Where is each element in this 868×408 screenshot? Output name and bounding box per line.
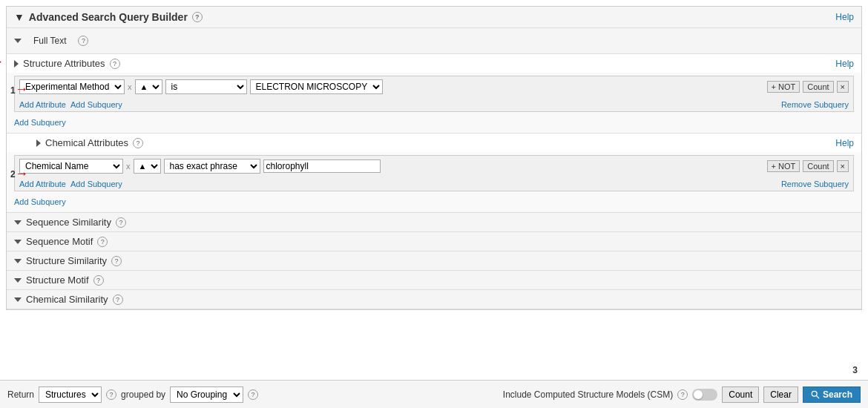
chemical-attr-help-icon[interactable]: ? xyxy=(133,138,143,148)
collapse-icon[interactable]: ▼ xyxy=(14,11,24,23)
chemical-add-subquery-main-button[interactable]: Add Subquery xyxy=(14,196,66,208)
grouping-select[interactable]: No Grouping xyxy=(170,386,243,403)
structure-attr-value-select[interactable]: ELECTRON MICROSCOPY xyxy=(250,79,383,94)
footer-bar: Return Structures ? grouped by No Groupi… xyxy=(0,380,868,408)
structure-attr-help-link[interactable]: Help xyxy=(835,59,854,69)
structure-attributes-section: 1 → Structure Attributes ? Help Experime… xyxy=(7,54,861,134)
structure-motif-label: Structure Motif xyxy=(26,274,89,286)
structure-attributes-header[interactable]: Structure Attributes ? Help xyxy=(7,54,861,73)
chemical-add-attribute-button[interactable]: Add Attribute xyxy=(19,180,66,188)
chem-sim-icon xyxy=(14,297,22,302)
return-help-icon[interactable]: ? xyxy=(106,389,116,400)
chemical-similarity-header[interactable]: Chemical Similarity ? xyxy=(7,290,861,309)
structure-attr-operator-select[interactable]: is xyxy=(165,79,247,94)
csm-toggle-knob xyxy=(694,390,703,399)
chemical-similarity-label: Chemical Similarity xyxy=(26,294,108,305)
structure-add-attribute-button[interactable]: Add Attribute xyxy=(19,100,66,109)
structure-attr-help-icon[interactable]: ? xyxy=(110,59,120,69)
grouping-help-icon[interactable]: ? xyxy=(248,389,258,400)
structure-subquery-footer-left: Add Attribute Add Subquery xyxy=(19,100,122,109)
annotation-arrow-1: → xyxy=(0,54,4,70)
str-sim-icon xyxy=(14,259,22,263)
chemical-attr-close-button[interactable]: × xyxy=(837,160,849,172)
structure-similarity-section: Structure Similarity ? xyxy=(7,251,861,271)
chemical-attributes-label: Chemical Attributes xyxy=(45,137,128,148)
sequence-similarity-section: Sequence Similarity ? xyxy=(7,213,861,232)
structure-attributes-label: Structure Attributes xyxy=(23,58,105,69)
str-motif-help-icon[interactable]: ? xyxy=(93,275,104,286)
chemical-add-subquery-button[interactable]: Add Subquery xyxy=(70,180,122,188)
full-text-label: Full Text xyxy=(26,32,73,50)
panel-help-icon[interactable]: ? xyxy=(192,12,203,22)
seq-motif-icon xyxy=(14,240,22,244)
chemical-attr-actions: + NOT Count × xyxy=(767,160,849,172)
structure-subquery-footer: Add Attribute Add Subquery Remove Subque… xyxy=(15,98,853,111)
chemical-remove-subquery-button[interactable]: Remove Subquery xyxy=(781,180,849,188)
sequence-similarity-label: Sequence Similarity xyxy=(26,217,111,228)
footer-search-button[interactable]: Search xyxy=(803,386,861,403)
chemical-attr-body: Chemical Name x ▲ ▼ has exact phrase + N… xyxy=(7,152,861,212)
footer-count-button[interactable]: Count xyxy=(722,386,759,403)
structure-remove-subquery-button[interactable]: Remove Subquery xyxy=(781,100,849,109)
sequence-motif-header[interactable]: Sequence Motif ? xyxy=(7,232,861,251)
search-icon xyxy=(811,390,820,399)
sequence-motif-label: Sequence Motif xyxy=(26,236,93,247)
panel-header: ▼ Advanced Search Query Builder ? Help xyxy=(7,7,861,28)
chemical-attr-operator-select[interactable]: has exact phrase xyxy=(164,159,260,174)
chemical-attributes-header[interactable]: Chemical Attributes ? Help xyxy=(7,134,861,152)
csm-label: Include Computed Structure Models (CSM) xyxy=(503,389,673,400)
full-text-help-icon[interactable]: ? xyxy=(78,36,88,46)
chemical-attr-up-down[interactable]: ▲ ▼ xyxy=(134,159,161,174)
structure-subquery-box: Experimental Method x ▲ ▼ is ELECTRON MI… xyxy=(14,76,854,112)
structure-similarity-label: Structure Similarity xyxy=(26,255,107,266)
structure-attr-not-button[interactable]: + NOT xyxy=(767,81,800,93)
full-text-header[interactable]: Full Text ? xyxy=(7,28,861,53)
chemical-attr-expand-icon xyxy=(36,139,41,147)
structure-add-subquery-button[interactable]: Add Subquery xyxy=(70,100,122,109)
structure-add-subquery-main-button[interactable]: Add Subquery xyxy=(14,116,66,128)
structure-attribute-row: Experimental Method x ▲ ▼ is ELECTRON MI… xyxy=(15,76,853,98)
csm-help-icon[interactable]: ? xyxy=(677,389,688,400)
chemical-attr-not-button[interactable]: + NOT xyxy=(767,160,800,172)
structure-attr-close-button[interactable]: × xyxy=(837,81,849,93)
structure-similarity-header[interactable]: Structure Similarity ? xyxy=(7,251,861,270)
structure-motif-section: Structure Motif ? xyxy=(7,271,861,290)
chem-sim-help-icon[interactable]: ? xyxy=(113,295,123,305)
return-select[interactable]: Structures xyxy=(39,386,102,403)
full-text-collapse-icon xyxy=(14,39,22,43)
chemical-subquery-footer-left: Add Attribute Add Subquery xyxy=(19,180,122,188)
chemical-attr-help-link[interactable]: Help xyxy=(835,138,854,148)
structure-attr-up-down[interactable]: ▲ ▼ xyxy=(135,79,162,94)
sequence-motif-section: Sequence Motif ? xyxy=(7,232,861,251)
grouped-by-label: grouped by xyxy=(121,389,165,400)
seq-motif-help-icon[interactable]: ? xyxy=(97,237,108,247)
chemical-subquery-footer: Add Attribute Add Subquery Remove Subque… xyxy=(15,177,853,191)
annotation-3: 3 xyxy=(852,365,858,375)
structure-attr-actions: + NOT Count × xyxy=(767,81,849,93)
chemical-similarity-section: Chemical Similarity ? xyxy=(7,290,861,309)
chemical-subquery-box: Chemical Name x ▲ ▼ has exact phrase + N… xyxy=(14,155,854,191)
structure-motif-header[interactable]: Structure Motif ? xyxy=(7,271,861,289)
csm-toggle-switch[interactable] xyxy=(692,389,717,401)
panel-help-link[interactable]: Help xyxy=(835,12,854,22)
return-label: Return xyxy=(7,389,34,400)
chemical-attr-name-select[interactable]: Chemical Name xyxy=(19,159,123,174)
chemical-attributes-section: AND Chemical Attributes ? Help Chemical … xyxy=(7,134,861,213)
svg-line-1 xyxy=(816,395,819,398)
panel-title: Advanced Search Query Builder xyxy=(29,11,188,23)
chemical-attr-x: x xyxy=(126,162,131,171)
footer-clear-button[interactable]: Clear xyxy=(763,386,798,403)
chemical-attr-value-input[interactable] xyxy=(263,159,381,173)
structure-attr-name-select[interactable]: Experimental Method xyxy=(19,79,125,94)
csm-toggle-group: Include Computed Structure Models (CSM) … xyxy=(503,386,861,403)
str-sim-help-icon[interactable]: ? xyxy=(111,256,122,266)
seq-sim-help-icon[interactable]: ? xyxy=(116,217,126,228)
structure-attr-expand-icon xyxy=(14,60,19,68)
seq-sim-icon xyxy=(14,220,22,225)
chemical-attr-count-button[interactable]: Count xyxy=(803,160,833,172)
str-motif-icon xyxy=(14,278,22,283)
svg-point-0 xyxy=(812,391,817,396)
structure-attr-count-button[interactable]: Count xyxy=(803,81,833,93)
sequence-similarity-header[interactable]: Sequence Similarity ? xyxy=(7,213,861,231)
search-button-label: Search xyxy=(823,389,852,400)
